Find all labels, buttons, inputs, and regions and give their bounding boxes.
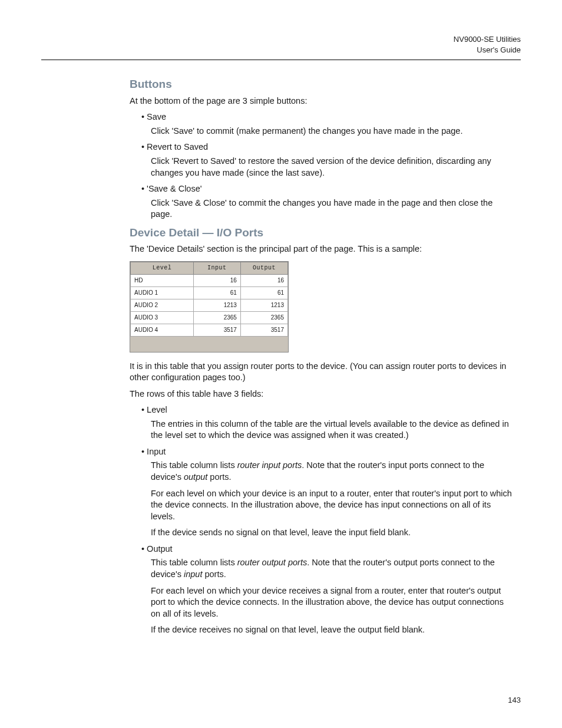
after-table-p2: The rows of this table have 3 fields: [130,388,515,400]
field-body: If the device receives no signal on that… [151,624,515,636]
table-row: AUDIO 1 61 61 [131,286,288,299]
doc-subtitle: User's Guide [41,45,521,55]
field-body: This table column lists router input por… [151,460,515,483]
section-heading-device-detail: Device Detail — I/O Ports [130,225,515,241]
col-header-output: Output [240,262,287,275]
cell-input: 16 [193,274,240,286]
field-body: This table column lists router output po… [151,557,515,580]
table-row: AUDIO 4 3517 3517 [131,324,288,336]
cell-output: 16 [240,274,287,286]
body-content: Buttons At the bottom of the page are 3 … [41,77,521,636]
em: router input ports [237,460,302,470]
em: output [184,472,207,482]
button-item-body: Click 'Save & Close' to commit the chang… [151,197,515,220]
table-row: AUDIO 2 1213 1213 [131,299,288,311]
field-head: Output [141,543,515,555]
cell-level: AUDIO 3 [131,311,194,324]
field-item-output: Output This table column lists router ou… [141,543,515,636]
header-rule [41,60,521,60]
cell-level: AUDIO 4 [131,324,194,336]
doc-title: NV9000-SE Utilities [41,34,521,45]
cell-output: 2365 [240,311,287,324]
col-header-level: Level [131,262,194,275]
button-item-body: Click 'Save' to commit (make permanent) … [151,126,515,137]
section-heading-buttons: Buttons [130,77,515,92]
button-item-revert: Revert to Saved Click 'Revert to Saved' … [141,141,515,179]
text: ports. [207,472,231,482]
button-item-head: 'Save & Close' [141,183,515,195]
table-row: AUDIO 3 2365 2365 [131,311,288,324]
field-item-input: Input This table column lists router inp… [141,446,515,539]
cell-input: 3517 [193,324,240,336]
fields-list: Level The entries in this column of the … [141,404,515,636]
buttons-list: Save Click 'Save' to commit (make perman… [141,111,515,220]
detail-intro: The 'Device Details' section is the prin… [130,243,515,255]
field-body: For each level on which your device is a… [151,488,515,523]
page: NV9000-SE Utilities User's Guide Buttons… [0,0,562,728]
cell-level: AUDIO 2 [131,299,194,311]
cell-input: 2365 [193,311,240,324]
cell-output: 61 [240,286,287,299]
button-item-save: Save Click 'Save' to commit (make perman… [141,111,515,137]
cell-output: 3517 [240,324,287,336]
col-header-input: Input [193,262,240,275]
cell-level: HD [131,274,194,286]
text: This table column lists [151,460,237,470]
io-table-sample: Level Input Output HD 16 16 AUDIO 1 61 6… [130,261,289,353]
page-number: 143 [508,695,521,706]
cell-level: AUDIO 1 [131,286,194,299]
io-table: Level Input Output HD 16 16 AUDIO 1 61 6… [130,262,288,337]
text: ports. [202,569,226,579]
buttons-intro: At the bottom of the page are 3 simple b… [130,95,515,107]
button-item-head: Save [141,111,515,123]
running-header: NV9000-SE Utilities User's Guide [41,34,521,55]
cell-output: 1213 [240,299,287,311]
cell-input: 61 [193,286,240,299]
field-item-level: Level The entries in this column of the … [141,404,515,442]
table-row: HD 16 16 [131,274,288,286]
field-body: The entries in this column of the table … [151,419,515,442]
em: router output ports [237,558,308,567]
em: input [184,569,202,579]
field-body: If the device sends no signal on that le… [151,527,515,539]
field-head: Level [141,404,515,416]
field-head: Input [141,446,515,458]
button-item-body: Click 'Revert to Saved' to restore the s… [151,156,515,179]
table-padding [130,337,288,352]
button-item-head: Revert to Saved [141,141,515,153]
text: This table column lists [151,558,237,567]
field-body: For each level on which your device rece… [151,585,515,620]
button-item-save-close: 'Save & Close' Click 'Save & Close' to c… [141,183,515,220]
after-table-p1: It is in this table that you assign rout… [130,361,515,384]
cell-input: 1213 [193,299,240,311]
